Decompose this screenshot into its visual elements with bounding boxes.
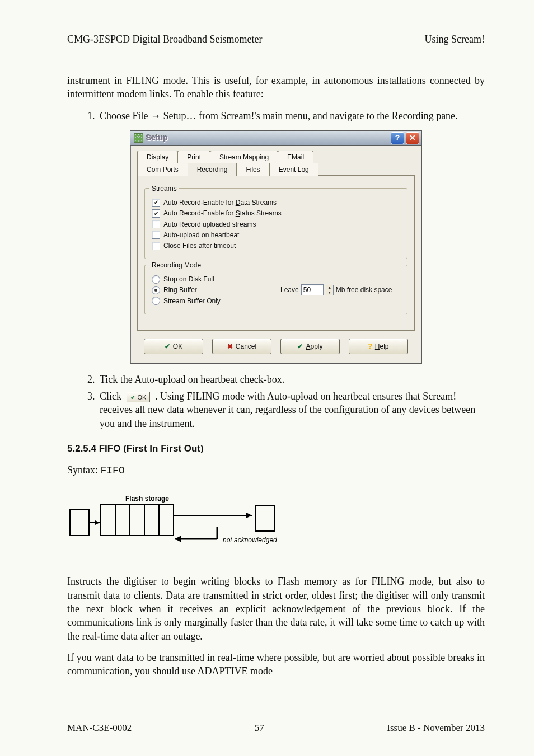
checkbox-row-0: ✔Auto Record-Enable for Data Streams [152,198,400,207]
tab-print[interactable]: Print [177,151,210,163]
leave-free-space-field: Leave 50 ▲ ▼ Mb free disk space [280,284,392,295]
tab-com-ports[interactable]: Com Ports [137,163,188,176]
fifo-para-2: If you want data to be transmitted in re… [67,651,485,678]
help-button[interactable]: ? Help [349,339,408,354]
spinner-down-icon[interactable]: ▼ [326,290,333,295]
radio-0[interactable] [152,275,160,284]
checkbox-row-4: Close Files after timeout [152,241,400,250]
checkbox-label-3: Auto-upload on heartbeat [163,231,239,240]
checkbox-label-0: Auto Record-Enable for Data Streams [163,198,277,207]
leave-spinner[interactable]: ▲ ▼ [326,285,334,295]
dialog-title: Setup [146,133,168,143]
tab-panel-recording: Streams ✔Auto Record-Enable for Data Str… [137,175,415,331]
checkbox-3[interactable] [152,231,160,239]
tab-files[interactable]: Files [236,163,269,176]
checkbox-1[interactable]: ✔ [152,209,160,218]
check-icon: ✔ [130,393,135,402]
tab-email[interactable]: EMail [278,151,313,163]
not-ack-label: not acknowledged [223,536,277,544]
checkbox-2[interactable] [152,220,160,228]
group-streams-legend: Streams [149,184,179,193]
titlebar-help-button[interactable]: ? [391,132,404,144]
svg-rect-0 [70,510,89,536]
leave-unit: Mb free disk space [336,285,392,294]
step-1: Choose File → Setup… from Scream!'s main… [97,109,485,123]
tab-recording[interactable]: Recording [188,163,237,176]
radio-row-2: Stream Buffer Only [152,297,241,306]
svg-marker-7 [95,520,100,525]
svg-rect-1 [101,504,174,536]
doc-title: CMG-3ESPCD Digital Broadband Seismometer [67,34,262,45]
radio-label-2: Stream Buffer Only [163,297,221,306]
checkbox-row-2: Auto Record uploaded streams [152,220,400,229]
checkbox-label-1: Auto Record-Enable for Status Streams [163,209,282,218]
help-button-label: Help [375,342,389,351]
check-icon: ✔ [297,342,303,351]
svg-marker-9 [246,513,252,518]
apply-button-label: Apply [306,342,322,351]
radio-row-1: Ring Buffer [152,285,241,294]
svg-marker-13 [175,536,181,542]
radio-label-1: Ring Buffer [163,285,197,294]
inline-ok-button: ✔ OK [127,392,151,402]
checkbox-row-3: Auto-upload on heartbeat [152,231,400,240]
fifo-diagram: Flash storage not acknowledged [67,489,302,556]
flash-storage-label: Flash storage [125,495,169,503]
titlebar-close-button[interactable]: ✕ [406,132,419,144]
ok-button-label: OK [173,342,182,351]
check-icon: ✔ [165,342,170,351]
ok-button[interactable]: ✔ OK [144,339,203,354]
tab-event-log[interactable]: Event Log [269,163,318,176]
apply-button[interactable]: ✔ Apply [280,339,340,354]
checkbox-4[interactable] [152,242,160,250]
intro-paragraph: instrument in FILING mode. This is usefu… [67,74,485,101]
group-streams: Streams ✔Auto Record-Enable for Data Str… [144,188,407,259]
chapter-title: Using Scream! [425,34,485,45]
radio-2[interactable] [152,297,160,305]
leave-value-input[interactable]: 50 [301,284,324,295]
radio-row-0: Stop on Disk Full [152,275,241,284]
leave-label: Leave [280,285,299,294]
footer-center: 57 [255,722,264,734]
dialog-titlebar: Setup ? ✕ [130,131,421,146]
radio-1[interactable] [152,286,160,294]
setup-dialog: Setup ? ✕ DisplayPrintStream MappingEMai… [130,130,422,364]
footer-right: Issue B - November 2013 [387,722,485,734]
cancel-button-label: Cancel [236,342,256,351]
fifo-heading: 5.2.5.4 FIFO (First In First Out) [67,443,485,456]
checkbox-label-2: Auto Record uploaded streams [163,220,256,229]
tab-stream-mapping[interactable]: Stream Mapping [210,151,278,163]
fifo-para-1: Instructs the digitiser to begin writing… [67,575,485,642]
group-recording-mode: Recording Mode Stop on Disk FullRing Buf… [144,265,407,314]
step-3: Click ✔ OK . Using FILING mode with Auto… [97,389,485,430]
radio-label-0: Stop on Disk Full [163,275,214,284]
spinner-up-icon[interactable]: ▲ [326,285,333,290]
checkbox-0[interactable]: ✔ [152,199,160,207]
question-icon: ? [368,342,372,351]
page-footer: MAN-C3E-0002 57 Issue B - November 2013 [67,719,485,734]
step-2: Tick the Auto-upload on heartbeat check-… [97,373,485,386]
tab-display[interactable]: Display [137,151,178,163]
x-icon: ✖ [227,342,233,351]
app-icon [134,133,143,143]
page-header: CMG-3ESPCD Digital Broadband Seismometer… [67,34,485,49]
group-recmode-legend: Recording Mode [149,261,203,270]
checkbox-label-4: Close Files after timeout [163,241,236,250]
checkbox-row-1: ✔Auto Record-Enable for Status Streams [152,209,400,218]
cancel-button[interactable]: ✖ Cancel [212,339,271,354]
footer-left: MAN-C3E-0002 [67,722,132,734]
svg-rect-10 [255,505,274,531]
fifo-syntax: Syntax: FIFO [67,463,485,477]
